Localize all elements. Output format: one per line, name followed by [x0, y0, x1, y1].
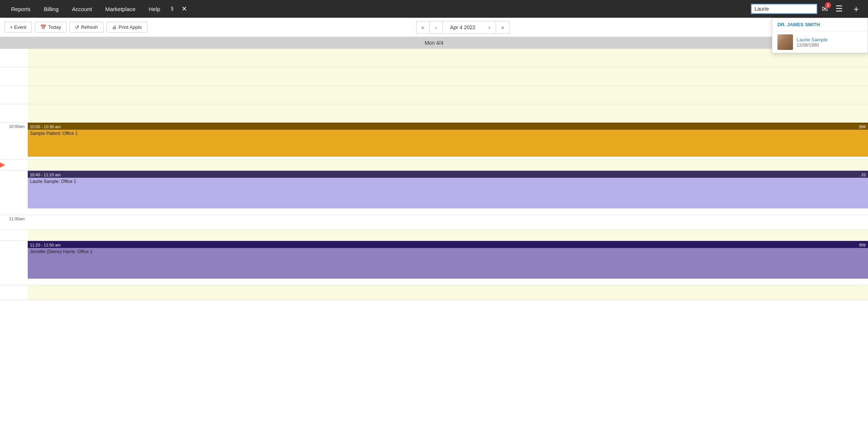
time-label-1040 [0, 171, 28, 172]
date-navigation: « ‹ Apr 4 2022 › » [150, 21, 776, 34]
patient-search-input[interactable] [751, 4, 817, 14]
time-label-gap-2 [0, 230, 28, 241]
time-label-1120 [0, 241, 28, 242]
mail-badge: 1 [825, 2, 831, 8]
appointment-3[interactable]: 11:20 - 11:50 am BW Jennifer (Demo) Harr… [28, 241, 868, 279]
time-slot-empty-3[interactable] [28, 86, 868, 104]
day-header: Mon 4/4 [0, 37, 868, 49]
search-dropdown: DR. JAMES SMITH Laurie Sample 12/08/1990 [772, 18, 868, 53]
prev-arrow[interactable]: ‹ [430, 21, 443, 34]
nav-reports[interactable]: Reports [4, 0, 37, 18]
time-slot-10am[interactable]: 10:00 - 10:30 am BW Sample Patient: Offi… [28, 123, 868, 157]
patient-dob: 12/08/1990 [797, 42, 828, 48]
appt-2-patient: Laurie Sample: Office 1 [28, 178, 868, 186]
time-row-empty-3 [0, 86, 868, 104]
appt-2-time: 10:40 - 11:10 am [30, 173, 61, 177]
refresh-icon: ↺ [75, 24, 79, 30]
calendar-toolbar: + Event 📅 Today ↺ Refresh 🖨 Print Appts … [0, 18, 868, 37]
time-row-empty-1 [0, 49, 868, 67]
appt-2-initials: JS [861, 173, 866, 177]
time-label-10am: 10:00am [0, 123, 28, 129]
time-label-empty-3 [0, 86, 28, 104]
time-grid: 10:00am 10:00 - 10:30 am BW Sample Patie… [0, 49, 868, 300]
calendar-container: Mon 4/4 10:00am 10:00 - 10 [0, 37, 868, 442]
nav-account[interactable]: Account [65, 0, 99, 18]
top-navigation: Reports Billing Account Marketplace Help… [0, 0, 868, 18]
add-icon[interactable]: ＋ [849, 1, 864, 16]
appointment-1[interactable]: 10:00 - 10:30 am BW Sample Patient: Offi… [28, 123, 868, 157]
print-icon: 🖨 [112, 24, 117, 30]
time-row-empty-4 [0, 104, 868, 123]
appt-1-patient: Sample Patient: Office 1 [28, 130, 868, 138]
nav-billing[interactable]: Billing [37, 0, 65, 18]
time-slot-1120[interactable]: 11:20 - 11:50 am BW Jennifer (Demo) Harr… [28, 241, 868, 279]
time-slot-1040[interactable]: 10:40 - 11:10 am JS Laurie Sample: Offic… [28, 171, 868, 208]
current-date-display: Apr 4 2022 [443, 21, 483, 34]
next-arrow[interactable]: › [483, 21, 496, 34]
calendar-icon: 📅 [40, 24, 46, 30]
time-label-11am: 11:00am [0, 215, 28, 221]
today-button[interactable]: 📅 Today [35, 22, 67, 33]
close-icon[interactable]: ✕ [178, 0, 191, 18]
appt-1-header: 10:00 - 10:30 am BW [28, 124, 868, 130]
add-event-button[interactable]: + Event [4, 22, 32, 33]
time-label-bottom [0, 285, 28, 300]
appointment-2[interactable]: 10:40 - 11:10 am JS Laurie Sample: Offic… [28, 171, 868, 208]
time-slot-gap-2[interactable] [28, 230, 868, 241]
appt-3-patient: Jennifer (Demo) Harris: Office 1 [28, 248, 868, 256]
patient-info: Laurie Sample 12/08/1990 [797, 37, 828, 48]
time-label-empty [0, 49, 28, 67]
appt-2-header: 10:40 - 11:10 am JS [28, 172, 868, 178]
prev-prev-arrow[interactable]: « [416, 21, 430, 34]
dropdown-provider: DR. JAMES SMITH [772, 18, 868, 31]
nav-help[interactable]: Help [142, 0, 167, 18]
appt-3-initials: BW [859, 243, 866, 247]
time-row-1040: 10:40 - 11:10 am JS Laurie Sample: Offic… [0, 171, 868, 215]
time-slot-gap[interactable] [28, 160, 868, 170]
print-button[interactable]: 🖨 Print Appts [106, 22, 148, 33]
patient-name: Laurie Sample [797, 37, 828, 42]
nav-items: Reports Billing Account Marketplace Help… [4, 0, 751, 18]
appt-3-header: 11:20 - 11:50 am BW [28, 242, 868, 248]
time-row-11am: 11:00am [0, 215, 868, 230]
nav-marketplace[interactable]: Marketplace [99, 0, 142, 18]
hamburger-menu-icon[interactable]: ☰ [833, 3, 846, 15]
appt-1-time: 10:00 - 10:30 am [30, 125, 61, 129]
next-next-arrow[interactable]: » [496, 21, 509, 34]
time-slot-empty-4[interactable] [28, 104, 868, 122]
time-slot-bottom[interactable] [28, 285, 868, 300]
mail-icon[interactable]: ✉ 1 [820, 3, 830, 15]
time-label-empty-2 [0, 67, 28, 85]
time-row-gap-2 [0, 230, 868, 241]
dropdown-patient-item[interactable]: Laurie Sample 12/08/1990 [772, 31, 868, 53]
time-label-empty-4 [0, 104, 28, 122]
time-row-1120: 11:20 - 11:50 am BW Jennifer (Demo) Harr… [0, 241, 868, 285]
time-slot-empty[interactable] [28, 49, 868, 67]
time-row-gap-1 [0, 160, 868, 171]
time-row-bottom [0, 285, 868, 300]
refresh-button[interactable]: ↺ Refresh [69, 22, 104, 33]
appt-3-time: 11:20 - 11:50 am [30, 243, 61, 247]
appt-1-initials: BW [859, 125, 866, 129]
time-row-empty-2 [0, 67, 868, 86]
caduceus-icon[interactable]: ⚕ [167, 0, 178, 18]
time-slot-empty-2[interactable] [28, 67, 868, 85]
time-row-10am: 10:00am 10:00 - 10:30 am BW Sample Patie… [0, 123, 868, 160]
nav-right: ✉ 1 ☰ ＋ [751, 1, 864, 16]
patient-avatar [777, 34, 793, 50]
